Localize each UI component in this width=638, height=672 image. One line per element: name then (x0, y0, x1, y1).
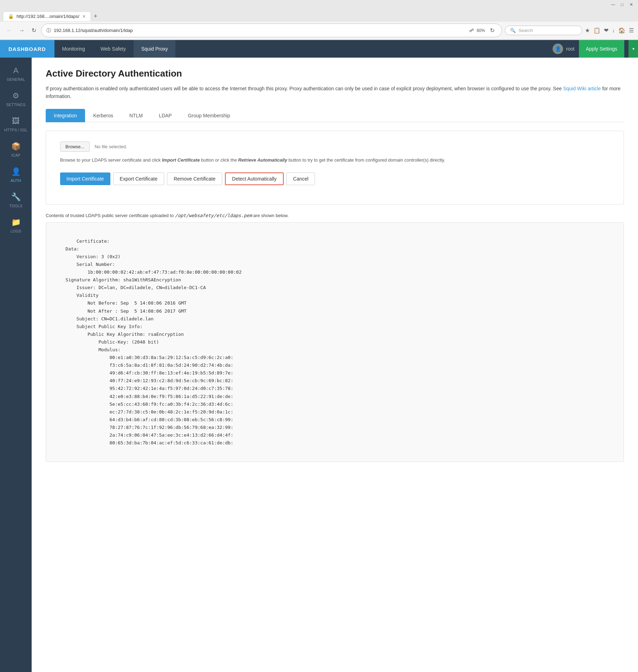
file-desc-end: button to try to get the certificate fro… (289, 157, 445, 163)
sidebar-label-general: GENERAL (7, 77, 25, 81)
cancel-button[interactable]: Cancel (286, 172, 315, 185)
maximize-button[interactable]: □ (620, 2, 625, 7)
main-layout: A GENERAL ⚙ SETTINGS 🖼 HTTPS / SSL 📦 ICA… (0, 58, 638, 672)
detect-automatically-button[interactable]: Detect Automatically (225, 172, 284, 185)
icap-icon: 📦 (11, 142, 21, 151)
sidebar-item-tools[interactable]: 🔧 TOOLS (0, 188, 32, 213)
username: root (566, 46, 574, 52)
sidebar-label-auth: AUTH (11, 178, 21, 183)
browser-nav: ← → ↻ ⓘ 192.168.1.12/squid/auth/domain/1… (0, 21, 638, 40)
back-button[interactable]: ← (4, 26, 14, 35)
search-icon: 🔍 (510, 28, 516, 33)
browser-tab-bar: 🔒 http://192.168....omain/1/ldaps/ ✕ + (0, 9, 638, 21)
browser-tab[interactable]: 🔒 http://192.168....omain/1/ldaps/ ✕ (3, 11, 91, 21)
tab-ntlm[interactable]: NTLM (121, 109, 151, 122)
https-ssl-icon: 🖼 (12, 117, 20, 126)
apply-settings-button[interactable]: Apply Settings (579, 40, 625, 58)
sidebar-label-https-ssl: HTTPS / SSL (4, 128, 27, 132)
browser-nav-icons: ★ 📋 ❤ ↓ 🏠 ☰ (585, 27, 634, 34)
nav-item-monitoring[interactable]: Monitoring (54, 40, 93, 58)
url-text: 192.168.1.12/squid/auth/domain/1/ldap (54, 28, 466, 33)
menu-icon[interactable]: ☰ (629, 27, 634, 34)
top-nav-right: 👤 root Apply Settings ▾ (553, 40, 638, 58)
tab-integration[interactable]: Integration (46, 109, 85, 122)
cert-path-suffix: are shown below. (253, 213, 289, 218)
settings-icon: ⚙ (12, 91, 19, 100)
page-description: If proxy authentication is enabled only … (46, 85, 624, 100)
cert-path-text: Contents of trusted LDAPS public server … (46, 213, 174, 218)
page-desc-text: If proxy authentication is enabled only … (46, 86, 562, 91)
content-area: Active Directory Authentication If proxy… (32, 58, 638, 672)
cert-path-info: Contents of trusted LDAPS public server … (46, 213, 624, 218)
top-nav: DASHBOARD Monitoring Web Safety Squid Pr… (0, 40, 638, 58)
reader-icon: ☍ (469, 28, 474, 33)
certificate-text: Certificate: Data: Version: 3 (0x2) Seri… (54, 239, 241, 445)
sidebar-item-auth[interactable]: 👤 AUTH (0, 162, 32, 188)
certificate-content-box: Certificate: Data: Version: 3 (0x2) Seri… (46, 222, 624, 462)
tab-group-membership[interactable]: Group Membership (180, 109, 238, 122)
sidebar-label-icap: ICAP (11, 153, 20, 157)
bookmark-icon[interactable]: ★ (585, 27, 590, 34)
cert-path-code: /opt/websafety/etc/ldaps.pem (175, 213, 252, 218)
sidebar: A GENERAL ⚙ SETTINGS 🖼 HTTPS / SSL 📦 ICA… (0, 58, 32, 672)
search-placeholder: Search (518, 28, 533, 33)
tab-ldap[interactable]: LDAP (151, 109, 180, 122)
new-tab-button[interactable]: + (91, 13, 101, 20)
main-card: Browse... No file selected. Browse to yo… (46, 131, 624, 204)
retrieve-italic: Retrieve Automatically (238, 157, 288, 163)
tab-title: http://192.168....omain/1/ldaps/ (17, 14, 79, 19)
download-icon[interactable]: ↓ (612, 27, 615, 34)
clipboard-icon[interactable]: 📋 (593, 27, 600, 34)
search-bar[interactable]: 🔍 Search (505, 26, 582, 35)
zoom-button[interactable]: 80% (477, 28, 485, 33)
apply-settings-arrow[interactable]: ▾ (629, 40, 638, 58)
sidebar-item-https-ssl[interactable]: 🖼 HTTPS / SSL (0, 112, 32, 137)
page-title: Active Directory Authentication (46, 68, 624, 79)
browse-button[interactable]: Browse... (60, 142, 90, 152)
sidebar-item-general[interactable]: A GENERAL (0, 61, 32, 86)
forward-button[interactable]: → (17, 26, 27, 35)
nav-item-web-safety[interactable]: Web Safety (93, 40, 134, 58)
sidebar-label-settings: SETTINGS (6, 103, 25, 107)
squid-wiki-link[interactable]: Squid Wiki article (563, 86, 601, 91)
browser-chrome: — □ ✕ 🔒 http://192.168....omain/1/ldaps/… (0, 0, 638, 40)
logs-icon: 📁 (11, 218, 21, 227)
file-description: Browse to your LDAPS server certificate … (60, 157, 610, 164)
tab-bar: Integration Kerberos NTLM LDAP Group Mem… (46, 109, 624, 122)
sidebar-label-logs: LOGS (11, 229, 21, 233)
sidebar-item-logs[interactable]: 📁 LOGS (0, 213, 32, 238)
minimize-button[interactable]: — (611, 2, 616, 7)
reload-button[interactable]: ↻ (488, 26, 497, 35)
action-buttons: Import Certificate Export Certificate Re… (60, 172, 610, 185)
nav-item-squid-proxy[interactable]: Squid Proxy (134, 40, 175, 58)
tab-kerberos[interactable]: Kerberos (85, 109, 121, 122)
security-icon: ⓘ (46, 27, 51, 34)
file-input-row: Browse... No file selected. (60, 142, 610, 152)
refresh-button[interactable]: ↻ (30, 26, 38, 35)
top-nav-items: Monitoring Web Safety Squid Proxy (54, 40, 176, 58)
home-icon[interactable]: 🏠 (618, 27, 625, 34)
import-certificate-button[interactable]: Import Certificate (60, 172, 110, 185)
sidebar-item-settings[interactable]: ⚙ SETTINGS (0, 86, 32, 112)
file-desc-text: Browse to your LDAPS server certificate … (60, 157, 161, 163)
file-desc-mid: button or click the (201, 157, 238, 163)
tab-close-button[interactable]: ✕ (82, 14, 86, 19)
sidebar-item-icap[interactable]: 📦 ICAP (0, 137, 32, 162)
shield-icon[interactable]: ❤ (604, 27, 608, 34)
tab-favicon: 🔒 (8, 14, 14, 19)
browser-titlebar: — □ ✕ (0, 0, 638, 9)
import-italic: Import Certificate (162, 157, 200, 163)
export-certificate-button[interactable]: Export Certificate (113, 172, 164, 185)
tools-icon: 🔧 (11, 193, 21, 202)
remove-certificate-button[interactable]: Remove Certificate (167, 172, 222, 185)
file-status-label: No file selected. (95, 144, 127, 149)
url-bar[interactable]: ⓘ 192.168.1.12/squid/auth/domain/1/ldap … (41, 24, 502, 37)
user-info: 👤 root (553, 44, 574, 54)
close-window-button[interactable]: ✕ (629, 2, 634, 7)
user-avatar: 👤 (553, 44, 563, 54)
sidebar-label-tools: TOOLS (9, 204, 22, 208)
logo: DASHBOARD (0, 40, 54, 58)
auth-icon: 👤 (11, 167, 21, 176)
general-icon: A (13, 66, 19, 75)
app: DASHBOARD Monitoring Web Safety Squid Pr… (0, 40, 638, 672)
